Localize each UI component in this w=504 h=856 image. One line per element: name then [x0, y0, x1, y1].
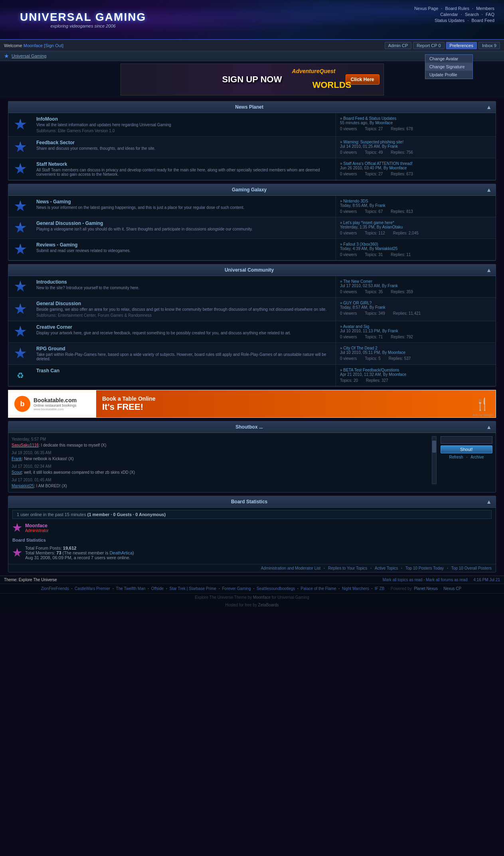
- top10-today-link[interactable]: Top 10 Posters Today: [405, 566, 444, 570]
- shout-refresh-link[interactable]: Refresh: [449, 455, 463, 459]
- inbox-link[interactable]: Inbox 9: [478, 42, 500, 49]
- collapse-board-statistics[interactable]: ▲: [486, 499, 492, 505]
- forum-name-link[interactable]: Feedback Sector: [36, 140, 75, 145]
- top10-overall-link[interactable]: Top 10 Overall Posters: [451, 566, 492, 570]
- nexus-cp-link[interactable]: Nexus CP: [443, 586, 461, 591]
- shout-user-link[interactable]: Scout: [12, 470, 22, 475]
- last-post-link[interactable]: » GUY OR GIRL?: [340, 301, 372, 305]
- ad-banner[interactable]: b Bookatable.com Online restaurant booki…: [8, 390, 496, 418]
- last-post-link[interactable]: » The New Comer: [340, 279, 372, 284]
- last-post-link[interactable]: » City Of The Dead 2: [340, 346, 378, 350]
- last-post-user[interactable]: Frank: [375, 305, 385, 310]
- admin-cp-link[interactable]: Admin CP: [385, 42, 412, 49]
- collapse-news-planet[interactable]: ▲: [486, 104, 492, 110]
- collapse-gaming-galaxy[interactable]: ▲: [486, 187, 492, 193]
- last-post-user[interactable]: Frank: [388, 329, 398, 333]
- footer-link-ifzb[interactable]: IF ZB: [375, 586, 384, 591]
- last-post-user[interactable]: Frank: [388, 144, 398, 149]
- bottom-links: Administration and Moderator List · Repl…: [8, 564, 496, 572]
- faq-link[interactable]: FAQ: [486, 12, 494, 17]
- footer-host-text: Hosted for free by: [225, 603, 257, 607]
- update-profile-link[interactable]: Update Profile: [425, 71, 472, 79]
- footer-link-castlewars[interactable]: CastleWars Premier: [75, 586, 110, 591]
- members-link[interactable]: Members: [476, 6, 494, 11]
- shout-text-input[interactable]: [441, 436, 492, 444]
- board-rules-link[interactable]: Board Rules: [445, 6, 469, 11]
- last-post-link[interactable]: » Fallout 3 (Xbox360): [340, 242, 378, 246]
- nexus-page-link[interactable]: Nexus Page: [414, 6, 438, 11]
- ad-text: Bookatable.com Online restaurant booking…: [34, 397, 77, 411]
- last-post-link[interactable]: » Staff Area's Offical ATTENTION thread!: [340, 161, 413, 166]
- breadcrumb-link[interactable]: Universal Gaming: [12, 54, 46, 58]
- footer-link-palace[interactable]: Palace of the Flame: [301, 586, 336, 591]
- shout-submit-button[interactable]: Shout!: [441, 445, 492, 453]
- last-post-link[interactable]: » Board Feed & Status Updates: [340, 116, 396, 121]
- total-posts-label: Total Forum Posts:: [25, 546, 62, 550]
- forum-name-link[interactable]: InfoMoon: [36, 116, 58, 122]
- search-link[interactable]: Search: [465, 12, 479, 17]
- active-topics-link[interactable]: Active Topics: [375, 566, 398, 570]
- collapse-universal-community[interactable]: ▲: [486, 267, 492, 273]
- shout-user-link[interactable]: Frank: [12, 457, 22, 461]
- collapse-shoutbox[interactable]: ▲: [486, 424, 492, 430]
- shoutbox-scrollbar[interactable]: [432, 436, 437, 484]
- shout-archive-link[interactable]: Archive: [470, 455, 484, 459]
- replies-to-topics-link[interactable]: Replies to Your Topics: [328, 566, 367, 570]
- last-post-user[interactable]: AsianOtaku: [382, 225, 403, 229]
- forum-row: News - Gaming News is your informent on …: [8, 196, 496, 217]
- footer-link-nightmarchers[interactable]: Night Marchers: [342, 586, 369, 591]
- online-count-text: 1 user online in the past 15 minutes: [17, 512, 86, 517]
- forum-name-link[interactable]: Trash Can: [36, 368, 59, 373]
- banner-click-here[interactable]: Click Here: [346, 74, 379, 85]
- calendar-link[interactable]: Calendar: [440, 12, 458, 17]
- forum-name-link[interactable]: General Discussion: [36, 301, 81, 306]
- zetaboards-link[interactable]: ZetaBoards: [258, 603, 279, 607]
- planet-nexus-link[interactable]: Planet Nexus: [414, 586, 437, 591]
- replies-count: Replies: 756: [391, 150, 413, 155]
- footer-link-seattle[interactable]: Seattlesoundbootlegs: [257, 586, 295, 591]
- footer-link-forevergaming[interactable]: Forever Gaming: [222, 586, 251, 591]
- footer-author-link[interactable]: Moonface: [253, 595, 271, 600]
- last-post-user[interactable]: Moonface: [388, 350, 405, 355]
- last-post-link[interactable]: » BETA Test Feedback/Questions: [340, 368, 399, 372]
- newest-member-link[interactable]: DeathArtica: [110, 550, 132, 555]
- forum-name-link[interactable]: Creative Corner: [36, 324, 72, 330]
- replies-count: Replies: 673: [391, 172, 413, 176]
- username-link[interactable]: Moonface: [24, 43, 43, 48]
- mark-all-forums-link[interactable]: Mark all forums as read: [426, 578, 467, 582]
- change-avatar-link[interactable]: Change Avatar: [425, 55, 472, 63]
- shout-entry: Jul 18 2010, 06:35 AM Frank: New netbook…: [12, 450, 428, 462]
- change-signature-link[interactable]: Change Signature: [425, 63, 472, 71]
- last-post-link[interactable]: » Let's play *insert game here*: [340, 220, 394, 225]
- shout-user-link[interactable]: Maniakkid25: [12, 484, 34, 488]
- forum-name-link[interactable]: RPG Ground: [36, 346, 65, 352]
- preferences-button[interactable]: Preferences: [446, 42, 477, 49]
- last-post-user[interactable]: Frank: [388, 284, 398, 288]
- status-updates-link[interactable]: Status Updates: [435, 18, 464, 23]
- admin-moderator-list-link[interactable]: Administration and Moderator List: [261, 566, 321, 570]
- shout-user-link[interactable]: SasuSaku1116: [12, 443, 39, 447]
- last-post-link[interactable]: » Avatar and Sig: [340, 324, 369, 329]
- forum-name-link[interactable]: Reviews - Gaming: [36, 242, 77, 248]
- last-post-user[interactable]: Moonface: [375, 121, 393, 125]
- forum-name-link[interactable]: News - Gaming: [36, 199, 71, 205]
- banner-image[interactable]: SIGN UP NOW Click Here: [121, 64, 384, 95]
- footer-link-startrek[interactable]: Star Trek | Starbase Prime: [169, 586, 216, 591]
- forum-name-link[interactable]: Introductions: [36, 279, 67, 285]
- footer-link-zion[interactable]: ZionFireFriends: [41, 586, 69, 591]
- last-post-user[interactable]: Moonface: [389, 372, 406, 377]
- footer-link-twelfthman[interactable]: The Twelfth Man: [116, 586, 146, 591]
- forum-name-link[interactable]: Staff Network: [36, 161, 67, 167]
- report-cp-link[interactable]: Report CP 0: [413, 42, 444, 49]
- sign-out-link[interactable]: [Sign Out]: [44, 43, 63, 48]
- last-post-link[interactable]: » Warning: Suspected phishing site!: [340, 140, 403, 144]
- footer-link-offside[interactable]: Offside: [151, 586, 164, 591]
- last-post-user[interactable]: Moonface: [389, 166, 407, 170]
- last-post-time: Today, 4:39 AM, By: [340, 246, 374, 251]
- board-feed-link[interactable]: Board Feed: [472, 18, 494, 23]
- forum-name-link[interactable]: General Discussion - Gaming: [36, 220, 103, 226]
- last-post-user[interactable]: Maniakkid25: [375, 246, 397, 251]
- last-post-user[interactable]: Frank: [375, 203, 385, 208]
- last-post-link[interactable]: » Nintendo 3DS: [340, 199, 368, 203]
- mark-all-topics-link[interactable]: Mark all topics as read: [383, 578, 423, 582]
